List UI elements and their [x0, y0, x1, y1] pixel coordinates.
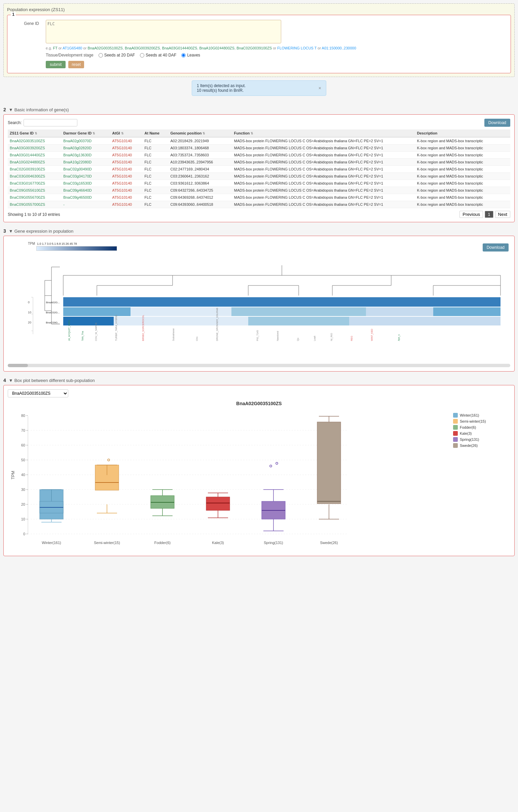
col-atname[interactable]: At Name — [143, 129, 169, 137]
cell-zs11-4[interactable]: BnaC02G0039100ZS — [8, 166, 61, 173]
cell-atgi-9[interactable]: AT5G10140 — [110, 201, 143, 208]
radio-seeds20-input[interactable] — [98, 53, 103, 58]
section3-collapse-icon[interactable]: ▼ — [9, 229, 13, 234]
legend-kale: Kale(3) — [453, 431, 507, 436]
darmor-link-7[interactable]: BnaC09g46640D — [63, 188, 91, 192]
radio-leaves[interactable]: Leaves — [181, 53, 200, 58]
col-function[interactable]: Function ⇅ — [232, 129, 415, 137]
cell-zs11-1[interactable]: BnaA03G0039200ZS — [8, 145, 61, 152]
cell-zs11-9[interactable]: BnaC09G0557000ZS — [8, 201, 61, 208]
atgi-link-7[interactable]: AT5G10140 — [112, 188, 132, 192]
cell-darmor-7[interactable]: BnaC09g46640D — [61, 187, 110, 194]
cell-zs11-3[interactable]: BnaA10G0244800ZS — [8, 159, 61, 166]
prev-button[interactable]: Previous — [459, 211, 483, 218]
atgi-link-3[interactable]: AT5G10140 — [112, 160, 132, 164]
section2-body: Search: Download ZS11 Gene ID ⇅ Darmor G… — [3, 114, 515, 222]
radio-seeds20[interactable]: Seeds at 20 DAF — [98, 53, 135, 58]
next-button[interactable]: Next — [495, 211, 510, 218]
zs11-link-6[interactable]: BnaC03G0167700ZS — [10, 181, 45, 185]
cell-darmor-6[interactable]: BnaC03g16530D — [61, 180, 110, 187]
sort-icon-darmor: ⇅ — [92, 132, 95, 135]
cell-atgi-2[interactable]: AT5G10140 — [110, 152, 143, 159]
cell-zs11-5[interactable]: BnaC03G0046300ZS — [8, 173, 61, 180]
darmor-link-9[interactable]: - — [63, 202, 65, 206]
radio-seeds40-input[interactable] — [140, 53, 144, 58]
cell-atgi-5[interactable]: AT5G10140 — [110, 173, 143, 180]
heatmap-row1 — [63, 297, 500, 307]
cell-atgi-8[interactable]: AT5G10140 — [110, 194, 143, 201]
section2-collapse-icon[interactable]: ▼ — [9, 107, 13, 112]
cell-zs11-6[interactable]: BnaC03G0167700ZS — [8, 180, 61, 187]
svg-text:Aps_s: Aps_s — [398, 334, 400, 341]
col-genomic[interactable]: Genomic position ⇅ — [169, 129, 232, 137]
darmor-link-1[interactable]: BnaA03g02820D — [63, 146, 91, 150]
gene-id-input[interactable] — [46, 20, 281, 44]
cell-darmor-1[interactable]: BnaA03g02820D — [61, 145, 110, 152]
scrollbar-thumb[interactable] — [8, 364, 28, 367]
atgi-link-8[interactable]: AT5G10140 — [112, 195, 132, 199]
cell-darmor-4[interactable]: BnaC02g00490D — [61, 166, 110, 173]
cell-darmor-9[interactable]: - — [61, 201, 110, 208]
zs11-link-5[interactable]: BnaC03G0046300ZS — [10, 174, 45, 178]
download-button-table[interactable]: Download — [484, 119, 510, 127]
col-darmor[interactable]: Darmor Gene ID ⇅ — [61, 129, 110, 137]
zs11-link-8[interactable]: BnaC09G0556700ZS — [10, 195, 45, 199]
cell-darmor-0[interactable]: BnaA02g00370D — [61, 137, 110, 145]
atgi-link-4[interactable]: AT5G10140 — [112, 167, 132, 171]
cell-atgi-6[interactable]: AT5G10140 — [110, 180, 143, 187]
cell-zs11-8[interactable]: BnaC09G0556700ZS — [8, 194, 61, 201]
col-atgi[interactable]: AtGI ⇅ — [110, 129, 143, 137]
section4-collapse-icon[interactable]: ▼ — [9, 378, 13, 383]
cell-genomic-6: C03:9361612..9363864 — [169, 180, 232, 187]
cell-darmor-2[interactable]: BnaA03g13630D — [61, 152, 110, 159]
submit-button[interactable]: submit — [46, 61, 65, 68]
download-button-heatmap[interactable]: Download — [483, 243, 509, 252]
darmor-link-2[interactable]: BnaA03g13630D — [63, 153, 91, 157]
atgi-link-0[interactable]: AT5G10140 — [112, 139, 132, 143]
cell-zs11-7[interactable]: BnaC09G0556100ZS — [8, 187, 61, 194]
atgi-link-6[interactable]: AT5G10140 — [112, 181, 132, 185]
radio-seeds40[interactable]: Seeds at 40 DAF — [140, 53, 176, 58]
col-zs11[interactable]: ZS11 Gene ID ⇅ — [8, 129, 61, 137]
heatmap-legend: TPM 1.0 1.7 3.0 5.1 8.8 15 26 45 78 — [28, 242, 510, 251]
col-description[interactable]: Description — [415, 129, 510, 137]
darmor-link-0[interactable]: BnaA02g00370D — [63, 139, 91, 143]
gene-table: ZS11 Gene ID ⇅ Darmor Gene ID ⇅ AtGI ⇅ A… — [8, 129, 510, 208]
gene-dropdown[interactable]: BnaA02G0035100ZS BnaA03G0039200ZS BnaA03… — [8, 389, 68, 398]
heatmap-scrollbar[interactable] — [8, 364, 510, 367]
atgi-link-1[interactable]: AT5G10140 — [112, 146, 132, 150]
info-box-close[interactable]: × — [319, 85, 321, 91]
cell-atgi-1[interactable]: AT5G10140 — [110, 145, 143, 152]
atgi-link-9[interactable]: AT5G10140 — [112, 202, 132, 206]
cell-zs11-2[interactable]: BnaA03G0144400ZS — [8, 152, 61, 159]
zs11-link-4[interactable]: BnaC02G0039100ZS — [10, 167, 45, 171]
cell-atgi-4[interactable]: AT5G10140 — [110, 166, 143, 173]
zs11-link-2[interactable]: BnaA03G0144400ZS — [10, 153, 45, 157]
zs11-link-9[interactable]: BnaC09G0557000ZS — [10, 202, 45, 206]
zs11-link-1[interactable]: BnaA03G0039200ZS — [10, 146, 45, 150]
atgi-link-5[interactable]: AT5G10140 — [112, 174, 132, 178]
darmor-link-3[interactable]: BnaA10g22080D — [63, 160, 91, 164]
cell-atgi-3[interactable]: AT5G10140 — [110, 159, 143, 166]
darmor-link-5[interactable]: BnaC03g04170D — [63, 174, 91, 178]
zs11-link-0[interactable]: BnaA02G0035100ZS — [10, 139, 45, 143]
atgi-link-2[interactable]: AT5G10140 — [112, 153, 132, 157]
gene-id-label: Gene ID — [12, 20, 39, 26]
cell-atname-2: FLC — [143, 152, 169, 159]
darmor-link-4[interactable]: BnaC02g00490D — [63, 167, 91, 171]
zs11-link-7[interactable]: BnaC09G0556100ZS — [10, 188, 45, 192]
darmor-link-8[interactable]: BnaC09g46500D — [63, 195, 91, 199]
cell-atname-1: FLC — [143, 145, 169, 152]
cell-atgi-7[interactable]: AT5G10140 — [110, 187, 143, 194]
search-input[interactable] — [24, 119, 77, 126]
darmor-link-6[interactable]: BnaC03g16530D — [63, 181, 91, 185]
cell-darmor-5[interactable]: BnaC03g04170D — [61, 173, 110, 180]
cell-zs11-0[interactable]: BnaA02G0035100ZS — [8, 137, 61, 145]
cell-darmor-3[interactable]: BnaA10g22080D — [61, 159, 110, 166]
radio-leaves-input[interactable] — [181, 53, 186, 58]
page1-button[interactable]: 1 — [485, 211, 493, 218]
cell-darmor-8[interactable]: BnaC09g46500D — [61, 194, 110, 201]
zs11-link-3[interactable]: BnaA10G0244800ZS — [10, 160, 45, 164]
reset-button[interactable]: reset — [68, 61, 84, 68]
cell-atgi-0[interactable]: AT5G10140 — [110, 137, 143, 145]
